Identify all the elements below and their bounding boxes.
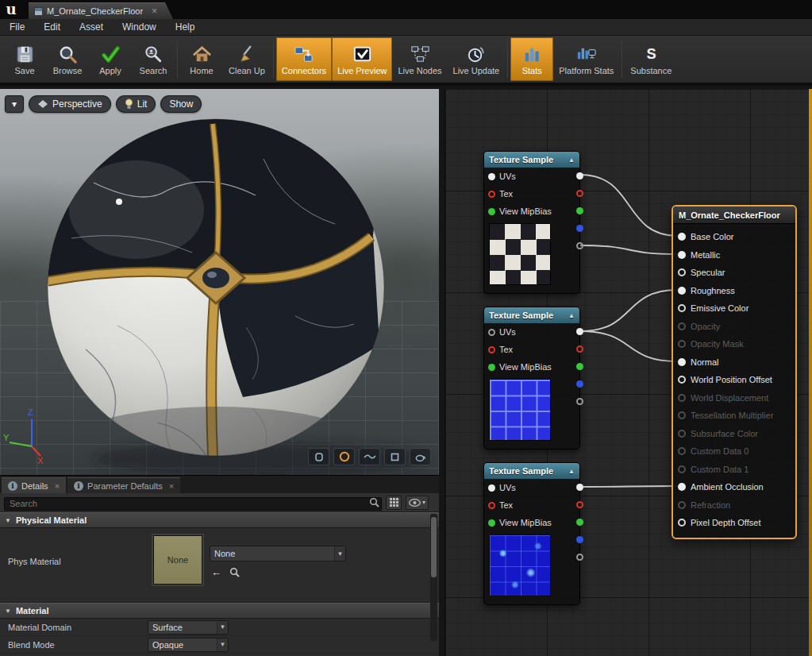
material-input-pin[interactable] (678, 233, 686, 241)
node-input-row: View MipBias (484, 358, 579, 376)
output-pin[interactable] (576, 328, 583, 335)
pin-label: Custom Data 1 (691, 465, 749, 474)
input-pin[interactable] (488, 364, 495, 371)
lit-mode-button[interactable]: Lit (116, 95, 156, 113)
output-pin[interactable] (576, 519, 583, 526)
node-wire[interactable] (580, 175, 678, 236)
asset-thumbnail[interactable]: None (153, 535, 202, 585)
node-wire[interactable] (580, 486, 678, 487)
details-scrollbar[interactable] (430, 514, 437, 641)
tab-details[interactable]: i Details × (2, 477, 66, 493)
material-input-pin[interactable] (678, 358, 686, 366)
toolbar-button-browse[interactable]: Browse (46, 37, 89, 81)
output-pin[interactable] (576, 225, 583, 232)
menu-item-edit[interactable]: Edit (34, 19, 70, 35)
asset-tab[interactable]: M_Ornate_CheckerFloor × (29, 2, 173, 19)
material-input-pin[interactable] (678, 304, 686, 312)
toolbar-button-save[interactable]: Save (3, 37, 46, 81)
visibility-filter-button[interactable]: ▾ (406, 496, 429, 510)
toolbar-button-home[interactable]: Home (180, 37, 223, 81)
node-header[interactable]: Texture Sample▲ (484, 463, 579, 479)
texture-sample-node[interactable]: Texture Sample▲UVsTexView MipBias (483, 151, 580, 294)
collapse-arrow-icon[interactable]: ▲ (568, 312, 575, 319)
node-wire[interactable] (580, 331, 678, 361)
pin-label: Opacity (691, 322, 720, 331)
output-pin[interactable] (576, 363, 583, 370)
input-pin[interactable] (488, 329, 495, 336)
toolbar-button-live-preview[interactable]: Live Preview (332, 37, 392, 81)
search-input[interactable] (4, 497, 382, 511)
input-pin[interactable] (488, 173, 495, 180)
property-dropdown-material-domain[interactable]: Surface▼ (148, 620, 229, 635)
tab-parameter-defaults[interactable]: i Parameter Defaults × (67, 477, 180, 493)
toolbar-button-platform-stats[interactable]: Platform Stats (553, 37, 619, 81)
menu-item-help[interactable]: Help (166, 19, 205, 35)
material-input-pin[interactable] (678, 483, 686, 491)
asset-dropdown[interactable]: None▼ (210, 546, 346, 561)
output-pin[interactable] (576, 536, 583, 543)
property-dropdown-blend-mode[interactable]: Opaque▼ (148, 638, 229, 652)
collapse-arrow-icon[interactable]: ▲ (568, 468, 575, 475)
toolbar-button-live-update[interactable]: Live Update (448, 37, 506, 81)
close-icon[interactable]: × (55, 481, 60, 491)
texture-sample-node[interactable]: Texture Sample▲UVsTexView MipBias (483, 462, 580, 605)
output-pin[interactable] (576, 172, 583, 179)
section-header-material[interactable]: ▼Material (0, 603, 439, 619)
texture-sample-node[interactable]: Texture Sample▲UVsTexView MipBias (483, 307, 580, 450)
close-icon[interactable]: × (169, 481, 174, 491)
output-pin[interactable] (576, 380, 583, 388)
node-header[interactable]: Texture Sample▲ (484, 152, 579, 168)
material-result-node[interactable]: M_Ornate_CheckerFloorBase ColorMetallicS… (672, 205, 797, 539)
browse-to-asset-icon[interactable] (229, 567, 240, 577)
output-pin[interactable] (576, 190, 583, 197)
preview-shape-mesh-button[interactable] (410, 448, 431, 465)
toolbar-button-search[interactable]: Search (132, 37, 175, 81)
tab-close-icon[interactable]: × (152, 6, 157, 17)
viewport[interactable]: ▾ Perspective Lit Show Z Y X (0, 89, 439, 475)
input-pin[interactable] (488, 191, 495, 198)
material-input-pin[interactable] (678, 519, 686, 527)
preview-shape-cube-button[interactable] (384, 448, 406, 465)
preview-shape-plane-button[interactable] (359, 448, 380, 465)
material-input-pin[interactable] (678, 376, 686, 384)
preview-shape-sphere-button[interactable] (333, 448, 355, 465)
preview-shape-cylinder-button[interactable] (308, 448, 329, 465)
output-pin[interactable] (576, 484, 583, 491)
toolbar-button-live-nodes[interactable]: Live Nodes (392, 37, 447, 81)
node-wire[interactable] (580, 245, 678, 254)
output-pin[interactable] (576, 554, 583, 561)
output-pin[interactable] (576, 242, 583, 249)
input-pin[interactable] (488, 519, 495, 527)
menu-item-window[interactable]: Window (113, 19, 166, 35)
toolbar-button-substance[interactable]: SSubstance (625, 37, 677, 81)
viewport-options-button[interactable]: ▾ (5, 95, 24, 113)
show-button[interactable]: Show (160, 95, 202, 113)
output-pin[interactable] (576, 398, 583, 405)
node-header[interactable]: Texture Sample▲ (484, 307, 579, 323)
toolbar-button-clean-up[interactable]: Clean Up (223, 37, 271, 81)
input-pin[interactable] (488, 346, 495, 353)
node-wire[interactable] (580, 290, 678, 331)
grid-view-button[interactable] (386, 496, 402, 510)
output-pin[interactable] (576, 207, 583, 214)
input-pin[interactable] (488, 484, 495, 492)
toolbar-button-apply[interactable]: Apply (89, 37, 132, 81)
collapse-arrow-icon[interactable]: ▲ (568, 156, 575, 164)
material-input-pin[interactable] (678, 268, 686, 276)
menu-item-asset[interactable]: Asset (70, 19, 113, 35)
toolbar-button-connectors[interactable]: Connectors (276, 37, 332, 81)
node-header[interactable]: M_Ornate_CheckerFloor (673, 206, 795, 224)
toolbar-button-stats[interactable]: Stats (510, 37, 553, 81)
material-input-pin[interactable] (678, 287, 686, 295)
use-selected-arrow-icon[interactable]: ← (211, 566, 221, 578)
output-pin[interactable] (576, 501, 583, 508)
input-pin[interactable] (488, 208, 495, 215)
scrollbar-thumb[interactable] (431, 517, 437, 577)
material-graph[interactable]: Texture Sample▲UVsTexView MipBiasTexture… (444, 89, 812, 656)
input-pin[interactable] (488, 502, 495, 509)
menu-item-file[interactable]: File (0, 19, 34, 35)
output-pin[interactable] (576, 345, 583, 353)
material-input-pin[interactable] (678, 251, 686, 259)
section-header-physical-material[interactable]: ▼Physical Material (0, 512, 439, 528)
perspective-button[interactable]: Perspective (29, 95, 111, 113)
